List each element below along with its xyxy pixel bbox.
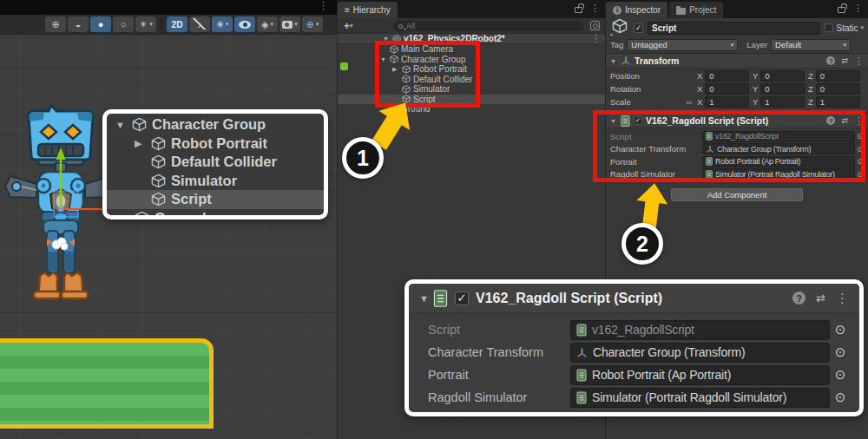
effects-button[interactable]: ✳▾ bbox=[212, 16, 233, 32]
gameobject-header: ▾ ✓ Script Static ▾ bbox=[606, 19, 868, 36]
callout-item-robot-portrait: ▶ Robot Portrait bbox=[107, 134, 324, 154]
folder-icon bbox=[676, 8, 686, 15]
component-menu-icon[interactable]: ⋮ bbox=[854, 56, 864, 66]
panel-menu-icon[interactable]: ⋮ bbox=[853, 3, 863, 13]
tab-label: Project bbox=[689, 5, 716, 15]
layers-button[interactable]: ◈▾ bbox=[257, 16, 278, 32]
tag-layer-row: Tag Untagged ▾ Layer Default ▾ bbox=[606, 37, 868, 52]
lock-icon[interactable] bbox=[575, 7, 582, 13]
camera-button[interactable]: ▾ bbox=[279, 16, 300, 32]
object-field: Character Group (Transform) bbox=[570, 343, 830, 363]
shaded-button[interactable]: ● bbox=[90, 16, 111, 32]
link-scale-icon[interactable]: ∞ bbox=[687, 98, 692, 107]
lighting-button[interactable]: ☀▾ bbox=[135, 16, 156, 32]
object-field: v162_RagdollScript bbox=[570, 320, 830, 340]
hierarchy-tabbar: ≡ Hierarchy ⋮ bbox=[338, 0, 605, 18]
picker-icon[interactable] bbox=[590, 21, 600, 30]
transform-icon bbox=[621, 56, 631, 66]
shaded-wireframe-button[interactable]: ◒ bbox=[68, 16, 89, 32]
callout-item-character-group: ▼ Character Group bbox=[107, 115, 324, 134]
row-label: Position bbox=[610, 71, 640, 81]
panel-menu-icon[interactable]: ⋮ bbox=[590, 3, 600, 13]
gizmo-button[interactable]: ⊕▾ bbox=[302, 16, 323, 32]
callout-item-default-collider: Default Collider bbox=[107, 153, 324, 172]
tag-dropdown[interactable]: Untagged ▾ bbox=[627, 39, 738, 51]
field-label: Script bbox=[428, 323, 570, 337]
chevron-down-icon: ▾ bbox=[316, 21, 319, 28]
slash-icon bbox=[193, 18, 206, 29]
foldout-icon: ▼ bbox=[419, 293, 426, 304]
scene-visibility-button[interactable] bbox=[234, 16, 255, 32]
object-picker-icon: ⊙ bbox=[830, 344, 851, 360]
wireframe-button[interactable]: ○ bbox=[113, 16, 134, 32]
search-input[interactable]: All bbox=[393, 21, 584, 31]
tab-label: Hierarchy bbox=[353, 5, 391, 15]
gameobject-icon-button[interactable]: ▾ bbox=[610, 18, 629, 37]
component-title: Transform bbox=[635, 56, 679, 66]
unity-editor-window: ⋮ ⊕ ◒ ● ○ ☀▾ 2D ♪ ✳▾ ◈▾ ▾ ⊕▾ bbox=[0, 0, 868, 439]
tag-label: Tag bbox=[610, 40, 623, 49]
create-button[interactable]: +▾ bbox=[344, 20, 353, 32]
scale-y-field[interactable]: 1 bbox=[760, 96, 805, 108]
scene-overlay-bar: ⋮ bbox=[0, 0, 337, 15]
audio-mute-button[interactable]: ♪ bbox=[189, 16, 210, 32]
selection-outline bbox=[54, 191, 78, 217]
step-2-badge: 2 bbox=[621, 223, 663, 265]
scale-x-field[interactable]: 1 bbox=[705, 96, 749, 108]
2d-label: 2D bbox=[172, 20, 183, 29]
tab-project[interactable]: Project bbox=[669, 2, 723, 18]
tag-value: Untagged bbox=[631, 40, 667, 49]
2d-mode-button[interactable]: 2D bbox=[167, 16, 187, 32]
active-checkbox[interactable]: ✓ bbox=[634, 23, 643, 33]
row-label: Scale bbox=[610, 97, 631, 107]
static-label: Static bbox=[836, 23, 858, 33]
position-x-field[interactable]: 0 bbox=[705, 70, 749, 82]
rotation-x-field[interactable]: 0 bbox=[705, 83, 749, 95]
presets-icon: ⇄ bbox=[816, 292, 825, 305]
chevron-down-icon[interactable]: ▾ bbox=[860, 24, 864, 31]
axis-y-label: Y bbox=[753, 71, 758, 81]
lock-icon[interactable] bbox=[838, 7, 845, 13]
rotation-row: Rotation X0 Y0 Z0 bbox=[606, 82, 868, 95]
object-picker-icon: ⊙ bbox=[830, 322, 851, 337]
layer-dropdown[interactable]: Default ▾ bbox=[771, 39, 851, 51]
help-icon[interactable]: ? bbox=[826, 56, 835, 65]
callout-component-header: ▼ ✓ V162_Ragdoll Script (Script) ? ⇄ ⋮ bbox=[409, 284, 859, 313]
scene-overlay-menu-icon[interactable]: ⋮ bbox=[319, 1, 328, 10]
scene-canvas[interactable] bbox=[0, 35, 337, 439]
info-icon: i bbox=[613, 6, 621, 15]
scene-view: ⋮ ⊕ ◒ ● ○ ☀▾ 2D ♪ ✳▾ ◈▾ ▾ ⊕▾ bbox=[0, 0, 337, 439]
script-icon bbox=[576, 324, 587, 337]
callout-script-row: Script v162_RagdollScript ⊙ bbox=[409, 318, 859, 341]
half-sphere-icon: ◒ bbox=[76, 19, 82, 29]
step-1-badge: 1 bbox=[342, 137, 384, 179]
rotation-y-field[interactable]: 0 bbox=[760, 83, 805, 95]
foldout-icon[interactable]: ▼ bbox=[610, 58, 617, 64]
plus-icon: + bbox=[344, 20, 350, 32]
callout-item-ground: Ground bbox=[107, 209, 324, 220]
scene-menu-icon[interactable]: ⋮ bbox=[591, 34, 601, 43]
presets-icon[interactable]: ⇄ bbox=[841, 56, 848, 65]
add-component-button[interactable]: Add Component bbox=[671, 188, 803, 201]
tab-inspector[interactable]: i Inspector bbox=[606, 2, 667, 18]
tab-hierarchy[interactable]: ≡ Hierarchy bbox=[338, 2, 398, 18]
field-value: Simulator (Portrait Ragdoll Simulator) bbox=[592, 390, 786, 404]
chevron-down-icon: ▾ bbox=[731, 42, 734, 49]
effects-icon: ✳ bbox=[216, 19, 224, 30]
filled-circle-icon: ● bbox=[98, 19, 104, 29]
scale-z-field[interactable]: 1 bbox=[816, 96, 860, 108]
static-checkbox[interactable] bbox=[825, 23, 833, 32]
position-y-field[interactable]: 0 bbox=[760, 70, 805, 82]
step-number: 1 bbox=[357, 146, 369, 171]
draw-mode-button[interactable]: ⊕ bbox=[45, 16, 66, 32]
script-icon bbox=[576, 391, 587, 404]
rotation-z-field[interactable]: 0 bbox=[816, 83, 860, 95]
cube-icon bbox=[151, 192, 166, 206]
transform-header[interactable]: ▼ Transform ? ⇄ ⋮ bbox=[606, 53, 868, 69]
object-field: Robot Portrait (Ap Portrait) bbox=[570, 365, 830, 385]
object-picker-icon: ⊙ bbox=[830, 367, 851, 383]
position-z-field[interactable]: 0 bbox=[816, 70, 860, 82]
component-title: V162_Ragdoll Script (Script) bbox=[476, 291, 662, 306]
gameobject-name-field[interactable]: Script bbox=[648, 22, 820, 35]
static-group: Static ▾ bbox=[825, 23, 864, 33]
